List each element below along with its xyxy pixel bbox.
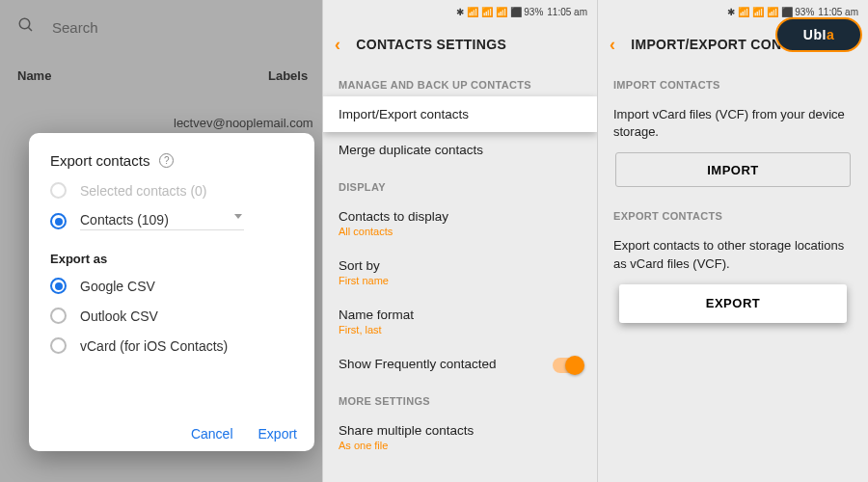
radio-icon: [50, 213, 67, 229]
dialog-title: Export contacts ?: [50, 152, 293, 169]
row-show-frequently[interactable]: Show Frequently contacted: [323, 346, 597, 382]
section-more-settings: MORE SETTINGS: [323, 382, 597, 413]
row-merge-duplicates[interactable]: Merge duplicate contacts: [323, 132, 597, 168]
panel-contacts-settings: ✱ 📶 📶 📶 ⬛ 93% 11:05 am ‹ CONTACTS SETTIN…: [323, 0, 598, 482]
option-selected-contacts: Selected contacts (0): [50, 182, 293, 199]
section-display: DISPLAY: [323, 168, 597, 199]
section-export: EXPORT CONTACTS: [598, 197, 868, 228]
status-time: 11:05 am: [818, 7, 858, 17]
row-sort-by[interactable]: Sort by First name: [323, 248, 597, 297]
app-bar: ‹ CONTACTS SETTINGS: [323, 23, 597, 66]
section-manage-backup: MANAGE AND BACK UP CONTACTS: [323, 66, 597, 96]
radio-icon: [50, 278, 67, 294]
import-button[interactable]: IMPORT: [615, 152, 851, 187]
status-icons: ✱ 📶 📶 📶 ⬛ 93%: [456, 7, 543, 17]
status-bar: ✱ 📶 📶 📶 ⬛ 93% 11:05 am: [323, 0, 597, 23]
status-time: 11:05 am: [547, 7, 587, 17]
option-contacts[interactable]: Contacts (109): [50, 212, 293, 230]
panel-export-contacts-screen: Search Name Labels lectvev@nooplemail.co…: [0, 0, 323, 482]
chevron-down-icon: [234, 214, 242, 219]
back-icon[interactable]: ‹: [610, 35, 615, 55]
radio-icon: [50, 308, 67, 324]
dialog-actions: Cancel Export: [191, 426, 297, 442]
export-contacts-dialog: Export contacts ? Selected contacts (0) …: [29, 133, 314, 451]
row-import-export[interactable]: Import/Export contacts: [323, 96, 597, 132]
import-description: Import vCard files (VCF) from your devic…: [598, 96, 868, 141]
page-title: CONTACTS SETTINGS: [356, 37, 506, 52]
row-contacts-to-display[interactable]: Contacts to display All contacts: [323, 199, 597, 248]
format-outlook-csv[interactable]: Outlook CSV: [50, 308, 293, 324]
row-name-format[interactable]: Name format First, last: [323, 297, 597, 346]
format-google-csv[interactable]: Google CSV: [50, 278, 293, 294]
back-icon[interactable]: ‹: [335, 35, 340, 55]
radio-icon: [50, 182, 67, 199]
format-vcard[interactable]: vCard (for iOS Contacts): [50, 337, 293, 354]
status-icons: ✱ 📶 📶 📶 ⬛ 93%: [727, 7, 814, 17]
contacts-dropdown[interactable]: Contacts (109): [80, 212, 244, 230]
brand-logo: UbIa: [775, 17, 862, 52]
cancel-button[interactable]: Cancel: [191, 426, 233, 442]
export-button[interactable]: Export: [258, 426, 297, 442]
radio-icon: [50, 337, 67, 354]
toggle-switch[interactable]: [553, 358, 583, 373]
export-description: Export contacts to other storage locatio…: [598, 228, 868, 272]
export-button[interactable]: EXPORT: [619, 284, 847, 323]
section-import: IMPORT CONTACTS: [598, 66, 868, 96]
panel-import-export: ✱ 📶 📶 📶 ⬛ 93% 11:05 am ‹ IMPORT/EXPORT C…: [598, 0, 868, 482]
help-icon[interactable]: ?: [159, 153, 174, 168]
export-as-label: Export as: [50, 252, 293, 266]
row-share-multiple[interactable]: Share multiple contacts As one file: [323, 413, 597, 462]
